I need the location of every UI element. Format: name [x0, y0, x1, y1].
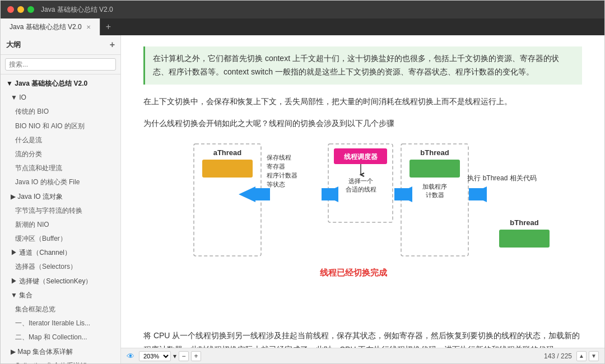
sidebar-item-selectors[interactable]: 选择器（Selectors）	[1, 260, 120, 274]
tab-main[interactable]: Java 基础核心总结 V2.0 ✕	[1, 18, 100, 35]
svg-text:bThread: bThread	[420, 148, 449, 157]
svg-text:执行 bThread 相关代码: 执行 bThread 相关代码	[467, 174, 536, 182]
highlight-text: 在计算机之外，它们都首先切换 context 上千文超十们，这十切换盐好的也很多…	[153, 54, 559, 76]
svg-marker-21	[239, 186, 255, 202]
page-down-button[interactable]: ▼	[589, 351, 599, 361]
sidebar-item-stream[interactable]: 什么是流	[1, 133, 120, 147]
minimize-dot[interactable]	[17, 6, 24, 13]
tab-close-icon[interactable]: ✕	[86, 24, 91, 30]
sidebar: 大纲 + ▼ Java 基础核心总结 V2.0 ▼ IO 传统的 BIO BIO…	[1, 35, 121, 363]
svg-rect-15	[409, 160, 460, 178]
sidebar-item-byte-char[interactable]: 字节流与字符流的转换	[1, 204, 120, 218]
page-up-button[interactable]: ▲	[576, 351, 587, 361]
sidebar-item-iterator[interactable]: 一、Iterator Iterable Lis...	[1, 316, 120, 330]
page-indicator: 143 / 225	[544, 352, 572, 360]
sidebar-title: 大纲	[6, 40, 21, 50]
svg-rect-26	[394, 188, 412, 200]
sidebar-item-nio[interactable]: 新潮的 NIO	[1, 218, 120, 232]
svg-text:寄存器: 寄存器	[267, 163, 285, 170]
svg-rect-24	[322, 188, 338, 200]
window-title: Java 基础核心总结 V2.0	[41, 5, 113, 15]
sidebar-item-bio-nio-aio[interactable]: BIO NIO 和 AIO 的区别	[1, 119, 120, 133]
svg-text:保存线程: 保存线程	[267, 154, 291, 161]
para3: 将 CPU 从一个线程切换到另一线程涉及挂起当前线程，保存其状态，例如寄存器，然…	[143, 329, 582, 348]
sidebar-add-button[interactable]: +	[110, 40, 115, 50]
sidebar-item-collection-overview[interactable]: 集合框架总览	[1, 302, 120, 316]
status-right: 143 / 225 ▲ ▼	[544, 351, 599, 361]
tab-label: Java 基础核心总结 V2.0	[10, 22, 82, 32]
thread-switch-diagram: aThread 保存线程 寄存器 程序计数器 等状态 线程调度器	[143, 138, 582, 318]
svg-text:加载程序: 加载程序	[422, 183, 447, 190]
tab-bar: Java 基础核心总结 V2.0 ✕ +	[1, 18, 604, 35]
eye-icon: 👁	[127, 352, 134, 361]
sidebar-item-io-objects[interactable]: ▶ Java IO 流对象	[1, 190, 120, 204]
main-area: 大纲 + ▼ Java 基础核心总结 V2.0 ▼ IO 传统的 BIO BIO…	[1, 35, 604, 363]
zoom-select[interactable]: 203% 100% 150%	[139, 351, 171, 361]
app-window: Java 基础核心总结 V2.0 Java 基础核心总结 V2.0 ✕ + 大纲…	[0, 0, 605, 364]
svg-rect-2	[202, 160, 253, 178]
page-navigation: ▲ ▼	[576, 351, 599, 361]
para2: 为什么线程切换会开销如此之大呢？线程间的切换会涉及到以下几个步骤	[143, 116, 582, 130]
sidebar-item-collection[interactable]: ▼ 集合	[1, 288, 120, 302]
para1: 在上下文切换中，会保存和恢复上下文，丢失局部性，把大量的时间消耗在线程切换上而不…	[143, 95, 582, 109]
tree-root[interactable]: ▼ Java 基础核心总结 V2.0	[1, 77, 120, 91]
svg-text:选择一个: 选择一个	[348, 178, 373, 184]
svg-text:合适的线程: 合适的线程	[346, 186, 376, 193]
sidebar-item-node-stream[interactable]: 节点流和处理流	[1, 161, 120, 175]
sidebar-search-area	[1, 55, 120, 74]
zoom-out-button[interactable]: −	[179, 351, 189, 361]
sidebar-item-io[interactable]: ▼ IO	[1, 91, 120, 105]
content-area: 在计算机之外，它们都首先切换 context 上千文超十们，这十切换盐好的也很多…	[121, 35, 604, 363]
zoom-in-button[interactable]: +	[191, 351, 201, 361]
sidebar-item-collection-detail[interactable]: Collection 集合体系详解	[1, 359, 120, 363]
window-controls	[7, 6, 34, 13]
diagram-svg: aThread 保存线程 寄存器 程序计数器 等状态 线程调度器	[143, 138, 564, 306]
sidebar-item-java-file[interactable]: Java IO 的核心类 File	[1, 175, 120, 189]
title-bar: Java 基础核心总结 V2.0	[1, 1, 604, 18]
tab-add-button[interactable]: +	[100, 22, 117, 32]
maximize-dot[interactable]	[27, 6, 34, 13]
search-input[interactable]	[5, 58, 116, 71]
sidebar-item-stream-type[interactable]: 流的分类	[1, 147, 120, 161]
highlight-block: 在计算机之外，它们都首先切换 context 上千文超十们，这十切换盐好的也很多…	[143, 46, 582, 85]
svg-text:程序计数器: 程序计数器	[267, 172, 297, 179]
svg-text:线程已经切换完成: 线程已经切换完成	[319, 268, 388, 277]
svg-rect-28	[469, 188, 487, 200]
sidebar-header: 大纲 +	[1, 35, 120, 55]
sidebar-item-bio[interactable]: 传统的 BIO	[1, 105, 120, 119]
sidebar-item-buffer[interactable]: 缓冲区（Buffer）	[1, 232, 120, 246]
sidebar-item-map-detail[interactable]: ▶ Map 集合体系详解	[1, 345, 120, 359]
content-scroll[interactable]: 在计算机之外，它们都首先切换 context 上千文超十们，这十切换盐好的也很多…	[121, 35, 604, 348]
status-bar: 👁 203% 100% 150% ▾ − + 143 / 225 ▲ ▼	[121, 348, 604, 363]
sidebar-tree: ▼ Java 基础核心总结 V2.0 ▼ IO 传统的 BIO BIO NIO …	[1, 74, 120, 363]
svg-rect-22	[255, 188, 270, 200]
svg-text:计数器: 计数器	[426, 192, 444, 198]
sidebar-item-map-collection[interactable]: 二、Map 和 Collection...	[1, 330, 120, 344]
close-dot[interactable]	[7, 6, 14, 13]
svg-text:aThread: aThread	[213, 148, 242, 157]
svg-text:bThread: bThread	[510, 218, 538, 227]
zoom-control: 203% 100% 150% ▾ − +	[139, 351, 201, 361]
svg-text:线程调度器: 线程调度器	[343, 153, 378, 161]
svg-rect-20	[499, 230, 550, 248]
svg-text:等状态: 等状态	[267, 181, 285, 188]
zoom-separator: ▾	[173, 352, 176, 360]
sidebar-item-channel[interactable]: ▶ 通道（Channel）	[1, 246, 120, 260]
sidebar-item-selectionkey[interactable]: ▶ 选择键（SelectionKey）	[1, 274, 120, 288]
